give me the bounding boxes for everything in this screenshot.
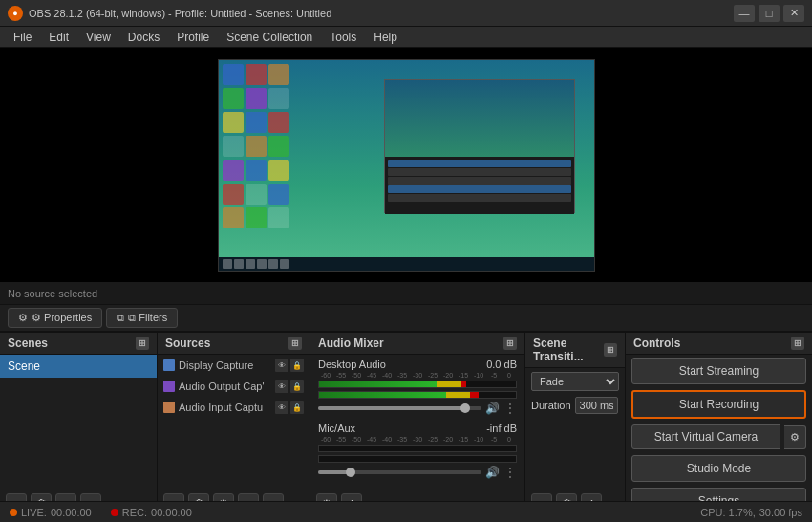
desktop-icon (246, 207, 267, 228)
start-recording-button[interactable]: Start Recording (631, 390, 806, 419)
menu-scene-collection[interactable]: Scene Collection (219, 29, 320, 46)
desktop-icon (223, 207, 244, 228)
desktop-audio-channel: Desktop Audio 0.0 dB -60 -55 -50 -45 -40… (310, 355, 524, 419)
menu-bar: File Edit View Docks Profile Scene Colle… (0, 27, 812, 48)
filters-button[interactable]: ⧉ ⧉ Filters (106, 308, 178, 328)
desktop-icon (268, 160, 289, 181)
monitor-icon (163, 359, 175, 371)
source-display-capture[interactable]: Display Capture 👁 🔒 (158, 355, 310, 376)
desktop-icons (219, 60, 333, 271)
virtual-camera-gear-button[interactable]: ⚙ (784, 425, 806, 449)
mic-aux-markers: -60 -55 -50 -45 -40 -35 -30 -25 -20 -15 … (318, 436, 517, 443)
controls-panel-header: Controls ⊞ (626, 333, 812, 355)
audio-mixer-panel: Audio Mixer ⊞ Desktop Audio 0.0 dB -60 -… (310, 333, 525, 518)
desktop-icon (268, 112, 289, 133)
desktop-icon (268, 88, 289, 109)
title-bar: ● OBS 28.1.2 (64-bit, windows) - Profile… (0, 0, 812, 27)
taskbar-icon (246, 259, 255, 269)
live-status: LIVE: 00:00:00 (10, 507, 92, 518)
virtual-camera-row: Start Virtual Camera ⚙ (631, 424, 806, 449)
title-bar-text: OBS 28.1.2 (64-bit, windows) - Profile: … (29, 8, 331, 19)
rec-time: 00:00:00 (151, 507, 192, 518)
nested-obs-window (384, 79, 575, 213)
desktop-icon (223, 184, 244, 205)
desktop-icon (223, 136, 244, 157)
source-audio-input[interactable]: Audio Input Captu 👁 🔒 (158, 397, 310, 418)
desktop-audio-label: Desktop Audio (318, 359, 386, 370)
taskbar-icon (223, 259, 232, 269)
properties-button[interactable]: ⚙ ⚙ Properties (8, 308, 102, 328)
nested-bottom (385, 157, 574, 214)
desktop-icon (223, 160, 244, 181)
desktop-audio-menu-button[interactable]: ⋮ (503, 402, 517, 415)
studio-mode-button[interactable]: Studio Mode (631, 455, 806, 482)
rec-dot (111, 509, 118, 516)
controls-title: Controls (633, 337, 680, 350)
menu-docks[interactable]: Docks (120, 29, 167, 46)
transitions-dock-icon[interactable]: ⊞ (604, 343, 617, 357)
sources-dock-icon[interactable]: ⊞ (288, 337, 302, 350)
source-eye-icon[interactable]: 👁 (275, 401, 288, 414)
transitions-header-icons: ⊞ (604, 343, 617, 357)
mic-aux-header: Mic/Aux -inf dB (318, 423, 517, 434)
source-eye-icon[interactable]: 👁 (275, 380, 288, 393)
live-label: LIVE: (21, 507, 47, 518)
menu-view[interactable]: View (78, 29, 118, 46)
source-lock-icon[interactable]: 🔒 (290, 380, 304, 393)
start-streaming-button[interactable]: Start Streaming (631, 358, 806, 384)
mic-aux-meter2 (318, 455, 517, 463)
minimize-button[interactable]: — (734, 5, 755, 22)
desktop-icon (268, 136, 289, 157)
scenes-panel: Scenes ⊞ Scene + 🗑 ∧ ∨ (0, 333, 158, 518)
source-lock-icon[interactable]: 🔒 (290, 401, 304, 414)
transitions-panel-header: Scene Transiti... ⊞ (525, 333, 625, 368)
taskbar-icon (257, 259, 267, 269)
controls-dock-icon[interactable]: ⊞ (791, 337, 804, 350)
close-button[interactable]: ✕ (783, 5, 804, 22)
controls-header-icons: ⊞ (791, 337, 804, 350)
maximize-button[interactable]: □ (759, 5, 780, 22)
live-time: 00:00:00 (51, 507, 92, 518)
desktop-volume-slider[interactable] (318, 406, 481, 410)
sources-header-icons: ⊞ (288, 337, 302, 350)
mic-audio-menu-button[interactable]: ⋮ (503, 466, 517, 479)
taskbar-icon (234, 259, 244, 269)
scenes-dock-icon[interactable]: ⊞ (136, 337, 149, 350)
mic-aux-label: Mic/Aux (318, 423, 355, 434)
sources-panel: Sources ⊞ Display Capture 👁 🔒 Audio Outp… (158, 333, 310, 518)
duration-label: Duration (531, 400, 571, 411)
start-virtual-camera-button[interactable]: Start Virtual Camera (631, 424, 780, 449)
source-audio-output[interactable]: Audio Output Cap' 👁 🔒 (158, 376, 310, 397)
desktop-icon (223, 112, 244, 133)
desktop-audio-controls: 🔊 ⋮ (318, 402, 517, 415)
mic-aux-db: -inf dB (486, 423, 517, 434)
fade-type-select[interactable]: Fade Cut Swipe Slide (531, 372, 619, 391)
scenes-title: Scenes (8, 337, 48, 350)
mic-audio-mute-icon[interactable]: 🔊 (485, 466, 500, 479)
duration-row: Duration (525, 397, 625, 414)
menu-help[interactable]: Help (366, 29, 405, 46)
display-capture-label: Display Capture (179, 359, 253, 371)
cpu-label: CPU: 1.7%, (700, 507, 755, 518)
filter-icon: ⧉ (117, 312, 124, 324)
properties-label: ⚙ Properties (32, 312, 92, 324)
duration-input[interactable] (575, 397, 618, 414)
menu-edit[interactable]: Edit (41, 29, 76, 46)
audio-mixer-dock-icon[interactable]: ⊞ (503, 337, 517, 350)
live-dot (10, 509, 17, 516)
source-lock-icon[interactable]: 🔒 (290, 359, 304, 372)
scene-item[interactable]: Scene (0, 355, 157, 378)
source-eye-icon[interactable]: 👁 (275, 359, 288, 372)
taskbar-preview (219, 257, 594, 271)
menu-tools[interactable]: Tools (322, 29, 364, 46)
desktop-audio-mute-icon[interactable]: 🔊 (485, 402, 500, 415)
desktop-icon (246, 160, 267, 181)
scene-transitions-panel: Scene Transiti... ⊞ Fade Cut Swipe Slide… (525, 333, 626, 518)
fps-label: 30.00 fps (759, 507, 802, 518)
desktop-icon (246, 64, 267, 85)
desktop-icon (246, 136, 267, 157)
source-controls: 👁 🔒 (275, 359, 304, 372)
menu-file[interactable]: File (6, 29, 39, 46)
mic-volume-slider[interactable] (318, 470, 481, 474)
menu-profile[interactable]: Profile (169, 29, 217, 46)
